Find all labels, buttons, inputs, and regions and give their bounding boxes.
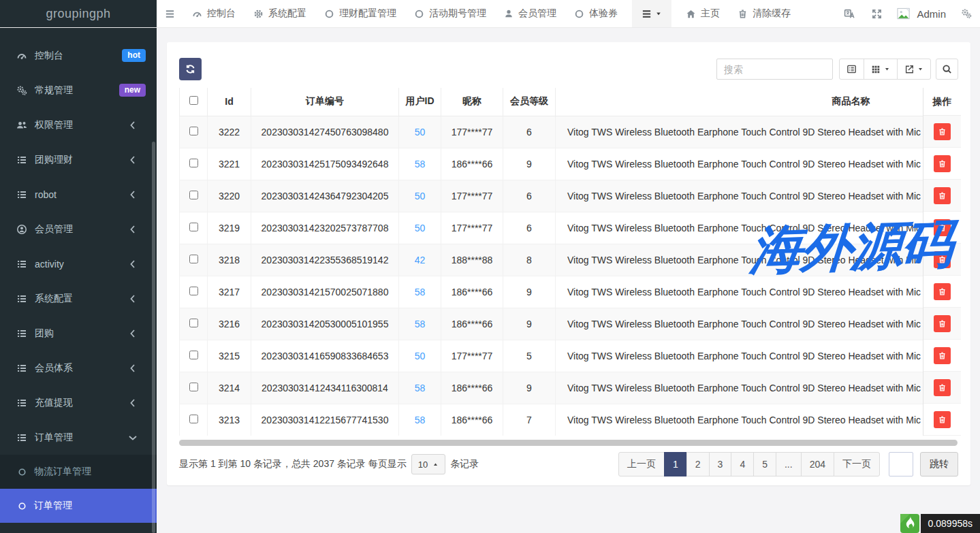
row-checkbox[interactable] [189, 223, 198, 231]
page-button[interactable]: 下一页 [834, 452, 880, 477]
page-button[interactable]: 2 [686, 452, 710, 477]
sidebar-subitem-logistics-orders[interactable]: 物流订单管理 [0, 455, 157, 489]
sidebar-item-permissions[interactable]: 权限管理 [0, 108, 157, 142]
caret-down-icon [884, 66, 890, 72]
row-checkbox[interactable] [189, 255, 198, 263]
sidebar-item-label: 订单管理 [35, 432, 127, 444]
nav-item-members[interactable]: 会员管理 [495, 0, 565, 27]
sidebar-scrollbar[interactable] [152, 142, 155, 533]
search-input[interactable] [716, 59, 833, 80]
export-button[interactable] [897, 59, 931, 80]
sidebar-item-console[interactable]: 控制台hot [0, 38, 157, 73]
user-menu[interactable]: Admin [890, 0, 953, 27]
row-checkbox[interactable] [189, 159, 198, 167]
delete-button[interactable] [934, 283, 951, 300]
settings-button[interactable] [953, 0, 980, 27]
sidebar-item-recharge-withdraw[interactable]: 充值提现 [0, 385, 157, 420]
sidebar-item-activity[interactable]: activity [0, 246, 157, 281]
sidebar-item-order-management[interactable]: 订单管理 [0, 420, 157, 455]
row-checkbox[interactable] [189, 287, 198, 295]
sidebar-item-member-system[interactable]: 会员体系 [0, 351, 157, 385]
nav-item-home[interactable]: 主页 [677, 0, 729, 27]
delete-button[interactable] [934, 187, 951, 204]
sidebar-item-group-buy[interactable]: 团购 [0, 316, 157, 351]
translate-button[interactable] [836, 0, 864, 27]
nav-item-clear-cache[interactable]: 清除缓存 [729, 0, 800, 27]
sidebar-item-label: 团购 [35, 327, 127, 340]
nav-item-finance-config[interactable]: 理财配置管理 [315, 0, 405, 27]
list-icon [16, 363, 27, 374]
user-id-link[interactable]: 50 [415, 351, 426, 361]
horizontal-scrollbar-thumb[interactable] [179, 440, 958, 446]
delete-button[interactable] [934, 123, 951, 140]
actions-cell [923, 212, 961, 244]
nav-item-activity-period[interactable]: 活动期号管理 [405, 0, 495, 27]
checkbox-cell [180, 340, 208, 372]
fullscreen-button[interactable] [864, 0, 890, 27]
nav-list-dropdown[interactable] [632, 0, 671, 27]
sidebar-subitem-order-management[interactable]: 订单管理 [0, 489, 157, 523]
row-checkbox[interactable] [189, 191, 198, 199]
pagination-info-text: 显示第 1 到第 10 条记录，总共 2037 条记录 每页显示 [179, 458, 407, 470]
nav-item-coupon[interactable]: 体验券 [565, 0, 627, 27]
delete-button[interactable] [934, 219, 951, 236]
page-button[interactable]: 上一页 [618, 452, 665, 477]
toggle-view-button[interactable] [839, 59, 864, 80]
delete-button[interactable] [934, 379, 951, 396]
circle-icon [414, 9, 424, 19]
chevron-left-icon [127, 120, 138, 131]
user-id-link[interactable]: 58 [415, 383, 426, 393]
delete-button[interactable] [934, 251, 951, 268]
delete-button[interactable] [934, 411, 951, 428]
row-checkbox[interactable] [189, 383, 198, 391]
gauge-icon [16, 50, 27, 61]
page-button[interactable]: 4 [731, 452, 754, 477]
search-icon [942, 64, 952, 74]
user-id-link[interactable]: 50 [415, 223, 426, 233]
order-no-cell: 202303031416590833684653 [251, 340, 399, 372]
admin-page: groupingph 控制台 系统配置 理财配置管理 活动期号管理 会员管理 体… [0, 0, 980, 533]
search-button[interactable] [936, 59, 958, 80]
user-id-link[interactable]: 58 [415, 159, 426, 169]
user-id-link[interactable]: 58 [415, 287, 426, 297]
pagination-info: 显示第 1 到第 10 条记录，总共 2037 条记录 每页显示 10 条记录 [179, 454, 479, 474]
row-checkbox[interactable] [189, 415, 198, 423]
delete-button[interactable] [934, 347, 951, 364]
chevron-left-icon [127, 363, 138, 374]
delete-button[interactable] [934, 155, 951, 172]
user-id-link[interactable]: 50 [415, 127, 426, 138]
sidebar-toggle-button[interactable] [157, 0, 183, 27]
user-id-link[interactable]: 50 [415, 191, 426, 201]
sidebar-item-general[interactable]: 常规管理new [0, 73, 157, 108]
columns-button[interactable] [864, 59, 898, 80]
user-id-link[interactable]: 42 [415, 255, 426, 265]
per-page-dropdown[interactable]: 10 [411, 454, 445, 474]
nav-item-console[interactable]: 控制台 [183, 0, 244, 27]
row-checkbox[interactable] [189, 351, 198, 359]
sidebar-item-group-finance[interactable]: 团购理财 [0, 142, 157, 177]
page-jump-input[interactable] [889, 452, 913, 477]
order-no-cell: 202303031421570025071880 [251, 276, 399, 308]
page-button[interactable]: 204 [801, 452, 834, 477]
refresh-icon [185, 64, 195, 74]
sidebar-item-system-config[interactable]: 系统配置 [0, 281, 157, 316]
chevron-left-icon [127, 224, 138, 235]
page-button[interactable]: 1 [664, 452, 687, 477]
row-checkbox[interactable] [189, 319, 198, 327]
user-id-link[interactable]: 58 [415, 319, 426, 329]
sidebar-item-robot[interactable]: robot [0, 177, 157, 212]
refresh-button[interactable] [179, 58, 202, 80]
actions-column-header: 操作 [923, 88, 961, 116]
nav-item-system-config[interactable]: 系统配置 [244, 0, 315, 27]
select-all-checkbox[interactable] [189, 96, 198, 105]
row-checkbox[interactable] [189, 127, 198, 135]
export-icon [904, 65, 914, 74]
chevron-left-icon [127, 155, 138, 165]
page-jump-button[interactable]: 跳转 [920, 452, 958, 477]
delete-button[interactable] [934, 315, 951, 332]
page-button[interactable]: 5 [753, 452, 776, 477]
user-id-link[interactable]: 58 [415, 415, 426, 425]
sidebar-item-members[interactable]: 会员管理 [0, 212, 157, 246]
page-button[interactable]: 3 [709, 452, 732, 477]
page-button[interactable]: ... [776, 452, 802, 477]
